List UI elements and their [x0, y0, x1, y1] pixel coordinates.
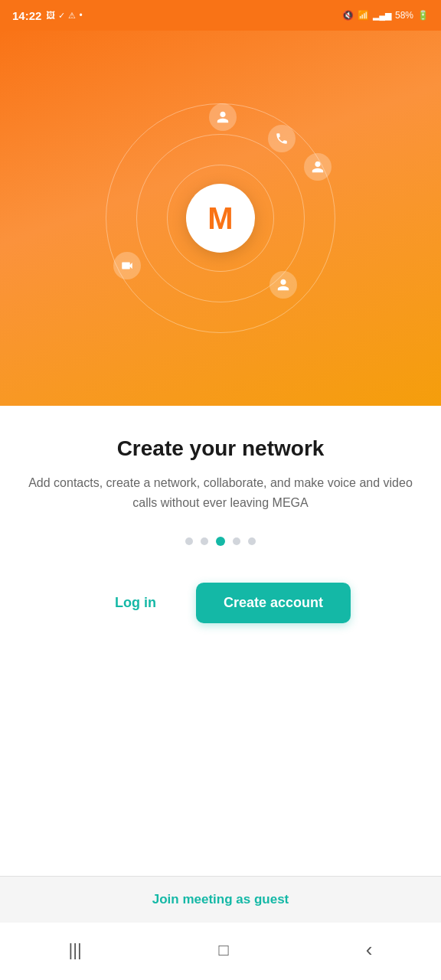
check-icon: ✓ [58, 11, 65, 21]
recent-apps-icon: ||| [68, 940, 81, 960]
warning-icon: ⚠ [68, 11, 76, 21]
buttons-row: Log in Create account [24, 583, 416, 623]
create-account-button[interactable]: Create account [196, 583, 351, 623]
mute-icon: 🔇 [342, 10, 354, 21]
content-section: Create your network Add contacts, create… [0, 406, 441, 669]
dot-5 [248, 537, 256, 545]
dot-3-active [216, 537, 225, 546]
status-icons: 🖼 ✓ ⚠ • [46, 10, 82, 21]
mega-m-letter: M [207, 203, 233, 234]
satellite-phone [268, 125, 296, 152]
dot-4 [233, 537, 240, 545]
status-right: 🔇 📶 ▂▄▆ 58% 🔋 [342, 10, 429, 21]
join-guest-button[interactable]: Join meeting as guest [0, 877, 441, 923]
bottom-bar: Join meeting as guest ||| □ ‹ [0, 876, 441, 980]
battery-icon: 🔋 [417, 10, 429, 21]
home-button[interactable]: □ [213, 934, 235, 966]
hero-section: M [0, 31, 441, 406]
satellite-person-right [304, 153, 332, 181]
back-button[interactable]: ‹ [360, 932, 379, 968]
dot-2 [201, 537, 208, 545]
login-button[interactable]: Log in [90, 583, 181, 623]
status-bar: 14:22 🖼 ✓ ⚠ • 🔇 📶 ▂▄▆ 58% 🔋 [0, 0, 441, 31]
photo-icon: 🖼 [46, 10, 55, 21]
dot-icon: • [79, 10, 82, 21]
wifi-icon: 📶 [358, 10, 369, 21]
mega-logo: M [186, 184, 255, 253]
satellite-video [113, 252, 141, 279]
satellite-person-top [209, 103, 237, 131]
back-icon: ‹ [366, 938, 373, 962]
pagination-dots [24, 537, 416, 546]
navigation-bar: ||| □ ‹ [0, 923, 441, 980]
network-illustration: M [98, 96, 343, 341]
home-icon: □ [219, 940, 229, 960]
signal-icon: ▂▄▆ [373, 11, 391, 21]
subtitle-text: Add contacts, create a network, collabor… [24, 473, 416, 512]
dot-1 [185, 537, 193, 545]
status-left: 14:22 🖼 ✓ ⚠ • [12, 9, 83, 22]
battery-label: 58% [395, 10, 413, 21]
recent-apps-button[interactable]: ||| [62, 934, 87, 966]
satellite-person-bottom [270, 271, 297, 299]
status-time: 14:22 [12, 9, 41, 22]
main-title: Create your network [24, 436, 416, 461]
